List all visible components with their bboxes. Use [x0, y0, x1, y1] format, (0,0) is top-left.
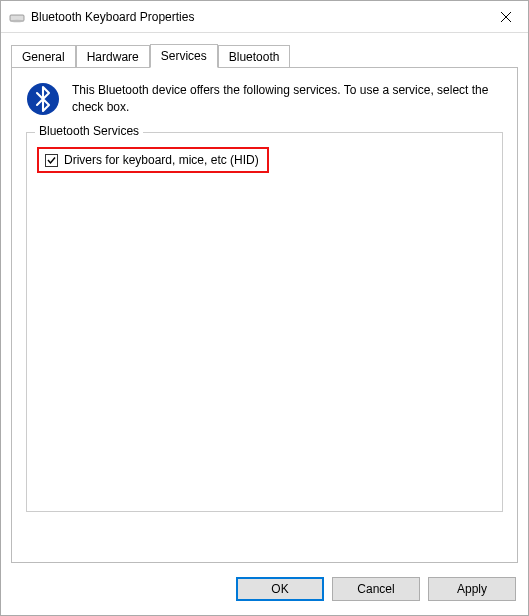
tab-services[interactable]: Services [150, 44, 218, 68]
svg-point-1 [10, 19, 24, 22]
service-hid-label: Drivers for keyboard, mice, etc (HID) [64, 153, 259, 167]
service-hid-checkbox[interactable] [45, 154, 58, 167]
device-icon [9, 9, 25, 25]
panel-header: This Bluetooth device offers the followi… [26, 82, 503, 116]
bluetooth-icon [26, 82, 60, 116]
tab-strip: General Hardware Services Bluetooth [11, 43, 518, 67]
tab-panel-services: This Bluetooth device offers the followi… [11, 67, 518, 563]
ok-button[interactable]: OK [236, 577, 324, 601]
close-button[interactable] [483, 2, 528, 32]
bluetooth-services-fieldset: Bluetooth Services Drivers for keyboard,… [26, 132, 503, 512]
tab-hardware[interactable]: Hardware [76, 45, 150, 68]
apply-button[interactable]: Apply [428, 577, 516, 601]
window-title: Bluetooth Keyboard Properties [31, 10, 483, 24]
titlebar: Bluetooth Keyboard Properties [1, 1, 528, 33]
properties-window: Bluetooth Keyboard Properties General Ha… [0, 0, 529, 616]
content-area: General Hardware Services Bluetooth This… [1, 33, 528, 563]
highlight-annotation: Drivers for keyboard, mice, etc (HID) [37, 147, 269, 173]
fieldset-legend: Bluetooth Services [35, 124, 143, 138]
tab-general[interactable]: General [11, 45, 76, 68]
dialog-buttons: OK Cancel Apply [1, 563, 528, 615]
panel-description: This Bluetooth device offers the followi… [72, 82, 503, 116]
tab-bluetooth[interactable]: Bluetooth [218, 45, 291, 68]
cancel-button[interactable]: Cancel [332, 577, 420, 601]
